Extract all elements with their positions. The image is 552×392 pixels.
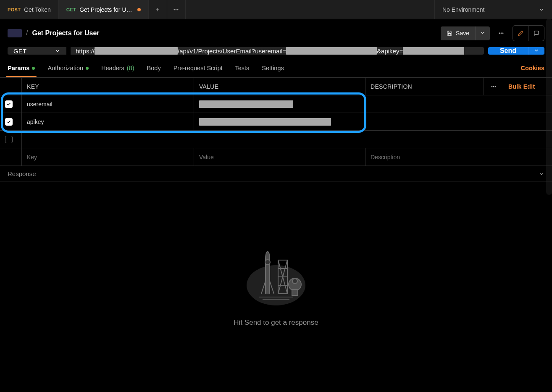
- http-method-selector[interactable]: GET: [8, 47, 66, 55]
- tab-prerequest-script[interactable]: Pre-request Script: [173, 61, 223, 77]
- tab-body[interactable]: Body: [147, 61, 161, 77]
- more-horizontal-icon: [173, 7, 179, 13]
- tab-more-button[interactable]: [167, 0, 186, 19]
- cookies-label: Cookies: [521, 65, 544, 71]
- header-more-button[interactable]: [494, 27, 508, 39]
- more-horizontal-icon: [498, 30, 504, 36]
- send-dropdown-button[interactable]: [528, 47, 544, 55]
- save-icon: [447, 30, 452, 36]
- plus-icon: [155, 7, 160, 13]
- url-redacted-host-icon: [95, 47, 178, 55]
- scrollbar-icon[interactable]: [546, 18, 552, 195]
- breadcrumb: / Get Projects for User: [8, 29, 100, 37]
- param-value-cell[interactable]: [194, 95, 365, 113]
- more-horizontal-icon: [491, 84, 497, 89]
- value-column-header: VALUE: [194, 78, 365, 95]
- save-button-label: Save: [456, 30, 469, 37]
- svg-rect-14: [292, 289, 298, 295]
- svg-point-10: [265, 260, 270, 265]
- param-key-text: apikey: [27, 118, 44, 125]
- checkbox-checked-icon[interactable]: [5, 100, 13, 108]
- headers-count: (8): [127, 65, 134, 71]
- param-desc-cell[interactable]: [365, 95, 545, 113]
- params-new-row: [0, 148, 552, 166]
- row-checkbox-cell[interactable]: [0, 113, 22, 130]
- param-key-cell[interactable]: apikey: [22, 113, 194, 130]
- tab-params[interactable]: Params: [8, 61, 35, 77]
- new-desc-input[interactable]: [371, 154, 540, 160]
- param-key-text: useremail: [27, 101, 53, 108]
- save-dropdown-button[interactable]: [475, 26, 490, 40]
- new-key-cell[interactable]: [22, 148, 194, 166]
- new-desc-cell[interactable]: [365, 148, 545, 166]
- edit-button[interactable]: [513, 25, 528, 41]
- svg-point-5: [502, 33, 503, 34]
- chevron-down-icon: [534, 47, 539, 53]
- checkbox-unchecked-icon[interactable]: [5, 136, 13, 143]
- bulk-edit-button[interactable]: Bulk Edit: [503, 78, 545, 95]
- svg-point-7: [493, 86, 494, 87]
- collection-chip[interactable]: [8, 29, 22, 37]
- tab-headers[interactable]: Headers (8): [101, 61, 134, 77]
- url-input[interactable]: https:// /api/v1/Projects/UserEmail?user…: [71, 47, 484, 55]
- new-value-input[interactable]: [199, 154, 360, 160]
- svg-point-6: [492, 86, 492, 87]
- tab-label: Params: [8, 65, 29, 71]
- environment-selector[interactable]: No Environment: [434, 0, 552, 19]
- save-button[interactable]: Save: [441, 26, 475, 40]
- columns-more-button[interactable]: [484, 78, 503, 95]
- active-indicator-icon: [32, 67, 35, 70]
- pencil-icon: [518, 30, 523, 36]
- tab-get-token[interactable]: POST Get Token: [0, 0, 59, 19]
- add-tab-button[interactable]: [149, 0, 167, 19]
- row-checkbox-cell: [0, 148, 22, 166]
- url-text: https://: [76, 47, 95, 55]
- svg-point-13: [292, 279, 297, 284]
- response-empty-hint: Hit Send to get a response: [234, 318, 318, 327]
- url-text: /api/v1/Projects/UserEmail?useremail=: [178, 47, 286, 55]
- param-key-cell[interactable]: useremail: [22, 95, 194, 113]
- params-table-wrapper: KEY VALUE DESCRIPTION Bulk Edit useremai…: [0, 77, 552, 166]
- new-value-cell[interactable]: [194, 148, 365, 166]
- tab-authorization[interactable]: Authorization: [47, 61, 89, 77]
- empty-cell: [22, 131, 545, 148]
- tab-label: Tests: [235, 65, 250, 71]
- bulk-edit-label: Bulk Edit: [508, 83, 535, 90]
- tab-tests[interactable]: Tests: [235, 61, 250, 77]
- svg-point-2: [177, 9, 178, 10]
- send-button[interactable]: Send: [488, 47, 528, 55]
- new-key-input[interactable]: [27, 154, 189, 160]
- cookies-link[interactable]: Cookies: [521, 61, 544, 77]
- params-row-empty: [0, 131, 552, 148]
- svg-point-4: [501, 33, 502, 34]
- tab-strip: POST Get Token GET Get Projects for U… N…: [0, 0, 552, 19]
- chevron-down-icon: [539, 171, 544, 177]
- tab-get-projects[interactable]: GET Get Projects for U…: [59, 0, 149, 19]
- tab-title: Get Token: [24, 6, 51, 13]
- svg-point-0: [174, 9, 175, 10]
- comments-button[interactable]: [528, 25, 544, 41]
- response-empty-state: Hit Send to get a response: [0, 182, 552, 392]
- response-header[interactable]: Response: [0, 166, 552, 182]
- request-url-row: GET https:// /api/v1/Projects/UserEmail?…: [0, 47, 552, 61]
- key-column-header: KEY: [22, 78, 194, 95]
- row-checkbox-cell[interactable]: [0, 131, 22, 148]
- tab-label: Settings: [262, 65, 284, 71]
- param-value-cell[interactable]: [194, 113, 365, 130]
- request-title: Get Projects for User: [32, 29, 99, 37]
- row-checkbox-cell[interactable]: [0, 95, 22, 113]
- url-redacted-apikey-icon: [403, 47, 464, 55]
- comment-icon: [534, 30, 539, 36]
- url-text: &apikey=: [377, 47, 403, 55]
- redacted-value-icon: [199, 118, 331, 126]
- environment-label: No Environment: [442, 6, 484, 13]
- redacted-value-icon: [199, 100, 293, 108]
- param-desc-cell[interactable]: [365, 113, 545, 130]
- tab-settings[interactable]: Settings: [262, 61, 284, 77]
- tab-label: Headers: [101, 65, 124, 71]
- checkbox-column-header: [0, 78, 22, 95]
- checkbox-checked-icon[interactable]: [5, 118, 13, 126]
- tab-label: Pre-request Script: [173, 65, 223, 71]
- tab-label: Body: [147, 65, 161, 71]
- rocket-illustration-icon: [242, 247, 310, 308]
